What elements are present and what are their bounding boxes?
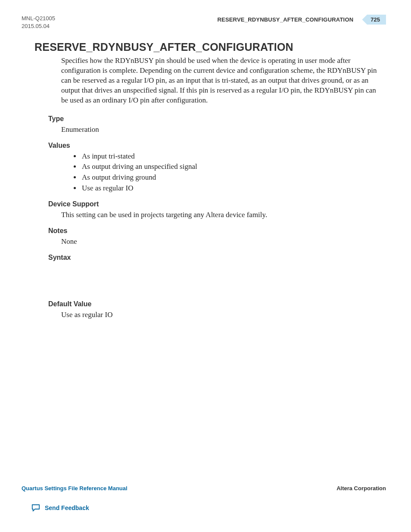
- intro-paragraph: Specifies how the RDYnBUSY pin should be…: [61, 56, 382, 106]
- default-value-label: Default Value: [48, 300, 386, 308]
- doc-id: MNL-Q21005: [22, 15, 55, 22]
- header-left: MNL-Q21005 2015.05.04: [22, 15, 55, 30]
- list-item: Use as regular IO: [81, 183, 382, 194]
- feedback-area: Send Feedback: [31, 504, 386, 512]
- syntax-body: [22, 263, 386, 293]
- list-item: As input tri-stated: [81, 151, 382, 162]
- company-name: Altera Corporation: [336, 485, 386, 492]
- send-feedback-link[interactable]: Send Feedback: [45, 504, 89, 511]
- doc-date: 2015.05.04: [22, 22, 55, 30]
- header-right: RESERVE_RDYNBUSY_AFTER_CONFIGURATION 725: [217, 15, 386, 25]
- values-label: Values: [48, 142, 386, 149]
- values-list-container: As input tri-stated As output driving an…: [61, 151, 382, 194]
- list-item: As output driving ground: [81, 172, 382, 183]
- running-title: RESERVE_RDYNBUSY_AFTER_CONFIGURATION: [217, 16, 362, 23]
- type-value: Enumeration: [61, 124, 382, 135]
- values-list: As input tri-stated As output driving an…: [61, 151, 382, 194]
- notes-value: None: [61, 236, 382, 247]
- footer-row: Quartus Settings File Reference Manual A…: [22, 485, 386, 492]
- type-label: Type: [48, 115, 386, 123]
- page-footer: Quartus Settings File Reference Manual A…: [22, 485, 386, 512]
- manual-title-link[interactable]: Quartus Settings File Reference Manual: [22, 485, 128, 492]
- device-support-label: Device Support: [48, 200, 386, 208]
- default-value: Use as regular IO: [61, 310, 382, 320]
- list-item: As output driving an unspecified signal: [81, 162, 382, 172]
- notes-label: Notes: [48, 227, 386, 235]
- syntax-label: Syntax: [48, 254, 386, 261]
- page-header: MNL-Q21005 2015.05.04 RESERVE_RDYNBUSY_A…: [22, 15, 386, 30]
- speech-bubble-icon: [31, 504, 40, 512]
- page-number-badge: 725: [362, 15, 386, 25]
- device-support-value: This setting can be used in projects tar…: [61, 210, 382, 220]
- page-title: RESERVE_RDYNBUSY_AFTER_CONFIGURATION: [34, 41, 386, 53]
- page: MNL-Q21005 2015.05.04 RESERVE_RDYNBUSY_A…: [0, 0, 411, 532]
